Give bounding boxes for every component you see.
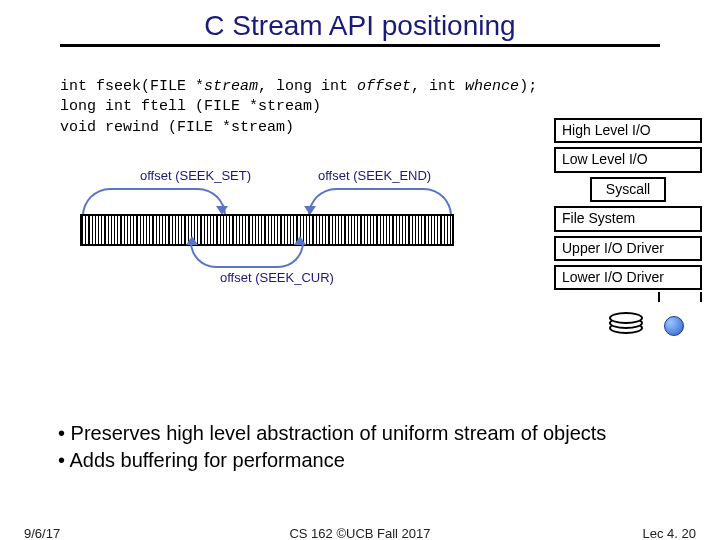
io-stack: High Level I/O Low Level I/O Syscall Fil… (554, 118, 702, 348)
stack-high-level-io: High Level I/O (554, 118, 702, 143)
footer-page: Lec 4. 20 (643, 526, 697, 540)
title-underline (60, 44, 660, 47)
slide: C Stream API positioning int fseek(FILE … (0, 0, 720, 540)
sphere-icon (664, 316, 684, 336)
arrowhead-seek-cur-l (186, 236, 198, 245)
stack-upper-driver: Upper I/O Driver (554, 236, 702, 261)
code-line-3: void rewind (FILE *stream) (60, 119, 294, 136)
arrowhead-seek-cur-r (294, 236, 306, 245)
stack-connector (658, 292, 702, 302)
arc-seek-set (82, 188, 226, 216)
bullet-2: Adds buffering for performance (58, 447, 606, 474)
code-line-1: int fseek(FILE *stream, long int offset,… (60, 78, 537, 95)
stream-tape (80, 214, 454, 246)
page-title: C Stream API positioning (0, 0, 720, 42)
stack-file-system: File System (554, 206, 702, 231)
stack-syscall: Syscall (590, 177, 666, 202)
label-seek-set: offset (SEEK_SET) (140, 168, 251, 183)
bullet-1: Preserves high level abstraction of unif… (58, 420, 606, 447)
label-seek-end: offset (SEEK_END) (318, 168, 431, 183)
code-line-2: long int ftell (FILE *stream) (60, 98, 321, 115)
stack-lower-driver: Lower I/O Driver (554, 265, 702, 290)
arc-seek-end (308, 188, 452, 216)
seek-diagram: offset (SEEK_SET) offset (SEEK_END) offs… (80, 156, 500, 286)
stack-low-level-io: Low Level I/O (554, 147, 702, 172)
bullet-list: Preserves high level abstraction of unif… (18, 420, 606, 474)
label-seek-cur: offset (SEEK_CUR) (220, 270, 334, 285)
footer-course: CS 162 ©UCB Fall 2017 (0, 526, 720, 540)
disk-icon (554, 308, 702, 348)
arc-seek-cur (190, 242, 304, 268)
